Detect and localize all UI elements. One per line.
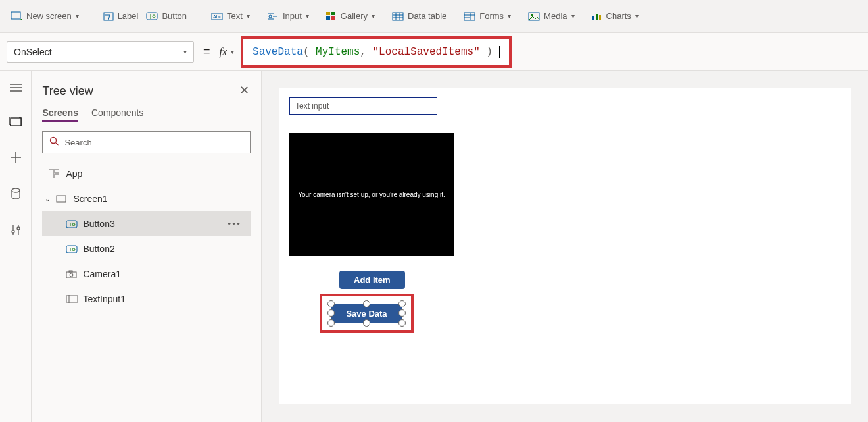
svg-rect-45 xyxy=(66,272,76,278)
chevron-down-icon: ▾ xyxy=(231,48,234,55)
tree-item-label: TextInput1 xyxy=(83,294,126,304)
save-data-selected-control[interactable]: Save Data xyxy=(331,304,401,323)
chevron-down-icon: ▾ xyxy=(508,13,511,20)
tree-item-label: Camera1 xyxy=(83,269,121,279)
more-icon[interactable]: ••• xyxy=(228,219,241,229)
gallery-icon xyxy=(326,12,337,21)
label-button-label: Label xyxy=(118,11,139,21)
property-dropdown-value: OnSelect xyxy=(14,47,52,57)
forms-button-label: Forms xyxy=(479,11,504,21)
insert-rail-icon[interactable] xyxy=(10,151,22,165)
tree-item-label: App xyxy=(66,169,82,179)
save-data-highlight-box: Save Data xyxy=(320,294,414,333)
formula-bar: OnSelect ▾ = fx ▾ SaveData( MyItems, "Lo… xyxy=(0,33,868,71)
top-toolbar: + New screen ▾ Label Button Abc Text ▾ I… xyxy=(0,0,868,33)
gallery-button[interactable]: Gallery ▾ xyxy=(322,9,379,24)
camera-icon xyxy=(66,270,78,278)
data-rail-icon[interactable] xyxy=(11,188,21,201)
search-icon xyxy=(49,136,59,148)
resize-handle[interactable] xyxy=(398,300,406,307)
tree-view-panel: Tree view ✕ Screens Components Search Ap… xyxy=(32,71,262,422)
input-icon xyxy=(267,12,279,21)
search-placeholder: Search xyxy=(64,138,91,147)
svg-rect-39 xyxy=(49,169,53,178)
formula-input[interactable]: SaveData( MyItems, "LocalSavedItems" ) xyxy=(241,39,861,65)
separator xyxy=(199,7,199,26)
property-dropdown[interactable]: OnSelect ▾ xyxy=(7,41,194,63)
chevron-down-icon: ⌄ xyxy=(45,195,51,203)
chevron-down-icon: ▾ xyxy=(372,13,375,20)
svg-rect-26 xyxy=(596,14,598,20)
svg-point-6 xyxy=(269,15,272,18)
charts-icon xyxy=(592,12,602,21)
app-icon xyxy=(49,169,60,178)
svg-rect-43 xyxy=(66,221,77,228)
fx-button[interactable]: fx ▾ xyxy=(220,46,241,58)
search-input[interactable]: Search xyxy=(42,131,251,153)
svg-rect-46 xyxy=(69,271,72,272)
media-button[interactable]: Media ▾ xyxy=(524,9,578,24)
svg-rect-48 xyxy=(66,296,78,302)
button-button-label: Button xyxy=(162,11,187,21)
new-screen-button[interactable]: + New screen ▾ xyxy=(7,9,83,24)
tree-item-button2[interactable]: Button2 xyxy=(42,236,251,261)
data-table-button[interactable]: Data table xyxy=(388,9,450,24)
canvas-area: Text input Your camera isn't set up, or … xyxy=(262,71,868,422)
tree-view-rail-icon[interactable] xyxy=(9,117,22,129)
tree-item-textinput1[interactable]: TextInput1 xyxy=(42,286,251,311)
text-input-placeholder: Text input xyxy=(295,101,329,111)
resize-handle[interactable] xyxy=(398,309,406,317)
tools-rail-icon[interactable] xyxy=(11,224,21,238)
text-input-control[interactable]: Text input xyxy=(289,97,437,115)
tree-item-label: Button3 xyxy=(83,219,114,229)
canvas-screen[interactable]: Text input Your camera isn't set up, or … xyxy=(279,88,851,404)
charts-button-label: Charts xyxy=(606,11,631,21)
add-item-button[interactable]: Add Item xyxy=(339,271,405,289)
media-icon xyxy=(528,12,540,21)
input-button[interactable]: Input ▾ xyxy=(263,9,313,24)
forms-icon xyxy=(464,12,475,21)
svg-line-38 xyxy=(56,143,59,146)
tree-item-camera1[interactable]: Camera1 xyxy=(42,261,251,286)
hamburger-icon[interactable] xyxy=(10,83,22,94)
button-icon xyxy=(66,220,78,228)
chevron-down-icon: ▾ xyxy=(635,13,639,20)
text-button[interactable]: Abc Text ▾ xyxy=(207,9,254,24)
chevron-down-icon: ▾ xyxy=(306,13,309,20)
text-icon: Abc xyxy=(211,13,223,20)
left-rail xyxy=(0,71,32,422)
close-icon[interactable]: ✕ xyxy=(239,83,249,97)
resize-handle[interactable] xyxy=(327,319,335,327)
svg-text:Abc: Abc xyxy=(213,14,222,19)
camera-control[interactable]: Your camera isn't set up, or you're alre… xyxy=(289,133,454,256)
svg-rect-25 xyxy=(592,16,594,20)
fx-icon: fx xyxy=(220,46,228,58)
svg-rect-33 xyxy=(11,118,21,126)
tree-item-screen1[interactable]: ⌄ Screen1 xyxy=(42,186,251,211)
forms-button[interactable]: Forms ▾ xyxy=(460,9,515,24)
chevron-down-icon: ▾ xyxy=(247,13,250,20)
svg-rect-12 xyxy=(326,16,330,20)
tree-list: App ⌄ Screen1 Button3 ••• Bu xyxy=(42,161,251,311)
tab-screens[interactable]: Screens xyxy=(42,107,78,122)
svg-point-24 xyxy=(531,14,533,16)
label-button[interactable]: Label xyxy=(99,9,143,24)
data-table-label: Data table xyxy=(408,11,446,21)
button-button[interactable]: Button xyxy=(142,9,191,24)
chevron-down-icon: ▾ xyxy=(571,13,575,20)
button-icon xyxy=(146,12,158,21)
tab-components[interactable]: Components xyxy=(91,107,143,122)
camera-message: Your camera isn't set up, or you're alre… xyxy=(298,191,445,198)
charts-button[interactable]: Charts ▾ xyxy=(588,9,642,24)
svg-rect-11 xyxy=(331,12,335,15)
svg-rect-44 xyxy=(66,246,77,253)
tree-item-app[interactable]: App xyxy=(42,161,251,186)
screen-icon xyxy=(56,195,68,203)
tree-item-button3[interactable]: Button3 ••• xyxy=(42,211,251,236)
resize-handle[interactable] xyxy=(363,300,370,307)
data-table-icon xyxy=(392,12,404,21)
formula-code: SaveData( MyItems, "LocalSavedItems" ) xyxy=(253,46,499,58)
resize-handle[interactable] xyxy=(363,319,370,327)
resize-handle[interactable] xyxy=(398,319,406,327)
svg-rect-3 xyxy=(147,13,157,20)
